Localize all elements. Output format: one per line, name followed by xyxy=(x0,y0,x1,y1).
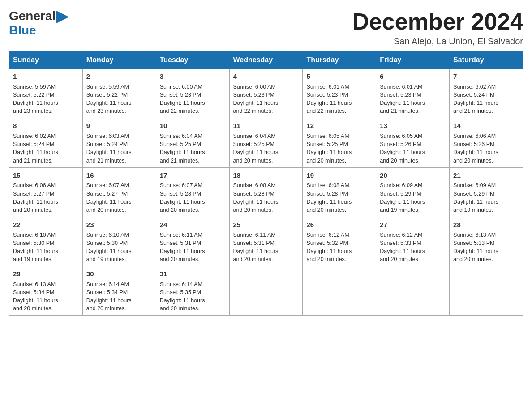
cell-content: Sunrise: 6:00 AMSunset: 5:23 PMDaylight:… xyxy=(160,83,226,116)
cell-content: Sunrise: 6:11 AMSunset: 5:31 PMDaylight:… xyxy=(160,231,226,264)
calendar-cell: 18Sunrise: 6:08 AMSunset: 5:28 PMDayligh… xyxy=(229,167,303,217)
calendar-week-row: 1Sunrise: 5:59 AMSunset: 5:22 PMDaylight… xyxy=(9,69,523,118)
calendar-cell: 11Sunrise: 6:04 AMSunset: 5:25 PMDayligh… xyxy=(229,118,303,167)
cell-content: Sunrise: 6:08 AMSunset: 5:28 PMDaylight:… xyxy=(306,181,372,214)
weekday-header-monday: Monday xyxy=(82,51,156,69)
cell-content: Sunrise: 6:12 AMSunset: 5:32 PMDaylight:… xyxy=(306,231,372,264)
cell-content: Sunrise: 5:59 AMSunset: 5:22 PMDaylight:… xyxy=(13,83,79,116)
calendar-cell: 15Sunrise: 6:06 AMSunset: 5:27 PMDayligh… xyxy=(9,167,83,217)
calendar-cell: 3Sunrise: 6:00 AMSunset: 5:23 PMDaylight… xyxy=(156,69,229,118)
day-number: 27 xyxy=(380,220,446,230)
cell-content: Sunrise: 6:13 AMSunset: 5:34 PMDaylight:… xyxy=(13,280,79,313)
cell-content: Sunrise: 6:06 AMSunset: 5:26 PMDaylight:… xyxy=(453,132,519,165)
logo-blue-text: Blue xyxy=(9,23,36,38)
day-number: 31 xyxy=(160,269,226,279)
calendar-cell: 14Sunrise: 6:06 AMSunset: 5:26 PMDayligh… xyxy=(450,118,523,167)
day-number: 11 xyxy=(233,121,299,131)
day-number: 29 xyxy=(13,269,79,279)
cell-content: Sunrise: 6:07 AMSunset: 5:28 PMDaylight:… xyxy=(160,181,226,214)
calendar-cell: 10Sunrise: 6:04 AMSunset: 5:25 PMDayligh… xyxy=(156,118,229,167)
calendar-cell: 13Sunrise: 6:05 AMSunset: 5:26 PMDayligh… xyxy=(376,118,450,167)
location-title: San Alejo, La Union, El Salvador xyxy=(352,36,523,47)
day-number: 10 xyxy=(160,121,226,131)
cell-content: Sunrise: 6:07 AMSunset: 5:27 PMDaylight:… xyxy=(86,181,152,214)
cell-content: Sunrise: 6:08 AMSunset: 5:28 PMDaylight:… xyxy=(233,181,299,214)
day-number: 23 xyxy=(86,220,152,230)
cell-content: Sunrise: 6:09 AMSunset: 5:29 PMDaylight:… xyxy=(380,181,446,214)
day-number: 28 xyxy=(453,220,519,230)
month-title: December 2024 xyxy=(352,9,523,34)
calendar-table: SundayMondayTuesdayWednesdayThursdayFrid… xyxy=(9,51,523,316)
calendar-week-row: 15Sunrise: 6:06 AMSunset: 5:27 PMDayligh… xyxy=(9,167,523,217)
calendar-cell: 25Sunrise: 6:11 AMSunset: 5:31 PMDayligh… xyxy=(229,217,303,266)
calendar-week-row: 29Sunrise: 6:13 AMSunset: 5:34 PMDayligh… xyxy=(9,266,523,316)
calendar-cell: 20Sunrise: 6:09 AMSunset: 5:29 PMDayligh… xyxy=(376,167,450,217)
day-number: 20 xyxy=(380,171,446,180)
title-area: December 2024 San Alejo, La Union, El Sa… xyxy=(352,9,523,47)
page-header: General Blue December 2024 San Alejo, La… xyxy=(9,9,523,47)
calendar-cell: 22Sunrise: 6:10 AMSunset: 5:30 PMDayligh… xyxy=(9,217,83,266)
cell-content: Sunrise: 6:06 AMSunset: 5:27 PMDaylight:… xyxy=(13,181,79,214)
calendar-cell: 5Sunrise: 6:01 AMSunset: 5:23 PMDaylight… xyxy=(303,69,376,118)
cell-content: Sunrise: 6:00 AMSunset: 5:23 PMDaylight:… xyxy=(233,83,299,116)
calendar-cell: 12Sunrise: 6:05 AMSunset: 5:25 PMDayligh… xyxy=(303,118,376,167)
calendar-cell: 29Sunrise: 6:13 AMSunset: 5:34 PMDayligh… xyxy=(9,266,83,316)
weekday-header-row: SundayMondayTuesdayWednesdayThursdayFrid… xyxy=(9,51,523,69)
cell-content: Sunrise: 6:10 AMSunset: 5:30 PMDaylight:… xyxy=(13,231,79,264)
day-number: 2 xyxy=(86,72,152,81)
cell-content: Sunrise: 6:14 AMSunset: 5:34 PMDaylight:… xyxy=(86,280,152,313)
day-number: 14 xyxy=(453,121,519,131)
day-number: 13 xyxy=(380,121,446,131)
calendar-cell xyxy=(229,266,303,316)
day-number: 7 xyxy=(453,72,519,81)
logo-arrow-icon xyxy=(56,11,69,23)
calendar-cell: 2Sunrise: 5:59 AMSunset: 5:22 PMDaylight… xyxy=(82,69,156,118)
day-number: 25 xyxy=(233,220,299,230)
calendar-cell xyxy=(303,266,376,316)
cell-content: Sunrise: 6:05 AMSunset: 5:25 PMDaylight:… xyxy=(306,132,372,165)
weekday-header-wednesday: Wednesday xyxy=(229,51,303,69)
calendar-cell: 9Sunrise: 6:03 AMSunset: 5:24 PMDaylight… xyxy=(82,118,156,167)
calendar-cell: 24Sunrise: 6:11 AMSunset: 5:31 PMDayligh… xyxy=(156,217,229,266)
calendar-week-row: 8Sunrise: 6:02 AMSunset: 5:24 PMDaylight… xyxy=(9,118,523,167)
calendar-cell: 30Sunrise: 6:14 AMSunset: 5:34 PMDayligh… xyxy=(82,266,156,316)
day-number: 18 xyxy=(233,171,299,180)
cell-content: Sunrise: 5:59 AMSunset: 5:22 PMDaylight:… xyxy=(86,83,152,116)
weekday-header-tuesday: Tuesday xyxy=(156,51,229,69)
day-number: 19 xyxy=(306,171,372,180)
cell-content: Sunrise: 6:05 AMSunset: 5:26 PMDaylight:… xyxy=(380,132,446,165)
cell-content: Sunrise: 6:03 AMSunset: 5:24 PMDaylight:… xyxy=(86,132,152,165)
calendar-cell: 27Sunrise: 6:12 AMSunset: 5:33 PMDayligh… xyxy=(376,217,450,266)
day-number: 5 xyxy=(306,72,372,81)
calendar-cell: 26Sunrise: 6:12 AMSunset: 5:32 PMDayligh… xyxy=(303,217,376,266)
cell-content: Sunrise: 6:01 AMSunset: 5:23 PMDaylight:… xyxy=(306,83,372,116)
day-number: 21 xyxy=(453,171,519,180)
cell-content: Sunrise: 6:10 AMSunset: 5:30 PMDaylight:… xyxy=(86,231,152,264)
day-number: 16 xyxy=(86,171,152,180)
day-number: 15 xyxy=(13,171,79,180)
weekday-header-saturday: Saturday xyxy=(450,51,523,69)
calendar-cell: 23Sunrise: 6:10 AMSunset: 5:30 PMDayligh… xyxy=(82,217,156,266)
calendar-cell: 31Sunrise: 6:14 AMSunset: 5:35 PMDayligh… xyxy=(156,266,229,316)
cell-content: Sunrise: 6:04 AMSunset: 5:25 PMDaylight:… xyxy=(160,132,226,165)
calendar-cell: 16Sunrise: 6:07 AMSunset: 5:27 PMDayligh… xyxy=(82,167,156,217)
day-number: 24 xyxy=(160,220,226,230)
calendar-cell: 17Sunrise: 6:07 AMSunset: 5:28 PMDayligh… xyxy=(156,167,229,217)
day-number: 8 xyxy=(13,121,79,131)
calendar-cell: 8Sunrise: 6:02 AMSunset: 5:24 PMDaylight… xyxy=(9,118,83,167)
calendar-cell: 21Sunrise: 6:09 AMSunset: 5:29 PMDayligh… xyxy=(450,167,523,217)
calendar-cell xyxy=(450,266,523,316)
calendar-cell: 6Sunrise: 6:01 AMSunset: 5:23 PMDaylight… xyxy=(376,69,450,118)
calendar-week-row: 22Sunrise: 6:10 AMSunset: 5:30 PMDayligh… xyxy=(9,217,523,266)
cell-content: Sunrise: 6:14 AMSunset: 5:35 PMDaylight:… xyxy=(160,280,226,313)
day-number: 12 xyxy=(306,121,372,131)
day-number: 17 xyxy=(160,171,226,180)
cell-content: Sunrise: 6:02 AMSunset: 5:24 PMDaylight:… xyxy=(13,132,79,165)
day-number: 6 xyxy=(380,72,446,81)
calendar-cell xyxy=(376,266,450,316)
day-number: 26 xyxy=(306,220,372,230)
weekday-header-friday: Friday xyxy=(376,51,450,69)
day-number: 3 xyxy=(160,72,226,81)
day-number: 9 xyxy=(86,121,152,131)
day-number: 4 xyxy=(233,72,299,81)
